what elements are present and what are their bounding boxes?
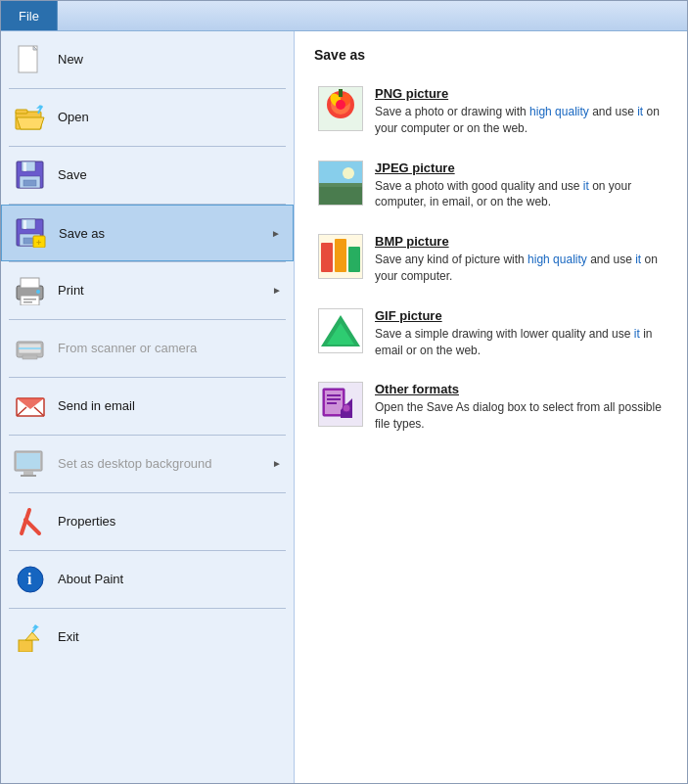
jpeg-thumbnail bbox=[318, 161, 363, 206]
gif-thumbnail bbox=[318, 308, 363, 353]
svg-rect-35 bbox=[23, 471, 33, 475]
bmp-thumbnail bbox=[318, 234, 363, 279]
svg-marker-5 bbox=[17, 117, 44, 129]
format-item-jpeg[interactable]: JPEG picture Save a photo with good qual… bbox=[314, 157, 667, 215]
other-desc: Open the Save As dialog box to select fr… bbox=[375, 399, 664, 433]
gif-desc: Save a simple drawing with lower quality… bbox=[375, 326, 664, 359]
desktop-label: Set as desktop background bbox=[58, 456, 272, 471]
properties-icon bbox=[13, 504, 48, 539]
file-menu-tab[interactable]: File bbox=[1, 1, 58, 30]
bmp-name: BMP picture bbox=[375, 234, 664, 249]
svg-marker-6 bbox=[36, 105, 43, 109]
svg-rect-39 bbox=[19, 640, 32, 652]
save-as-arrow-icon: ► bbox=[271, 228, 281, 239]
left-menu: New Open bbox=[1, 31, 295, 783]
new-label: New bbox=[58, 52, 282, 67]
menu-item-open[interactable]: Open bbox=[1, 89, 294, 146]
email-icon bbox=[13, 389, 48, 424]
menu-item-print[interactable]: Print ► bbox=[1, 262, 294, 319]
menu-item-email[interactable]: Send in email bbox=[1, 378, 294, 435]
save-as-icon: + bbox=[14, 215, 49, 251]
gif-format-text: GIF picture Save a simple drawing with l… bbox=[375, 308, 664, 359]
new-doc-icon bbox=[13, 42, 48, 77]
scanner-label: From scanner or camera bbox=[58, 341, 282, 355]
svg-rect-11 bbox=[23, 180, 36, 186]
exit-label: Exit bbox=[58, 629, 282, 644]
save-as-panel-title: Save as bbox=[314, 47, 667, 69]
open-icon bbox=[13, 100, 48, 135]
svg-rect-4 bbox=[16, 110, 27, 114]
svg-point-47 bbox=[336, 100, 345, 110]
png-desc: Save a photo or drawing with high qualit… bbox=[375, 104, 664, 137]
menu-item-scanner: From scanner or camera bbox=[1, 320, 294, 377]
email-label: Send in email bbox=[58, 398, 282, 413]
desktop-arrow-icon: ► bbox=[272, 458, 282, 469]
svg-rect-51 bbox=[319, 183, 362, 187]
other-format-text: Other formats Open the Save As dialog bo… bbox=[375, 382, 664, 433]
app-window: File New bbox=[0, 0, 688, 784]
svg-rect-54 bbox=[321, 243, 333, 272]
svg-point-24 bbox=[36, 290, 40, 294]
format-item-bmp[interactable]: BMP picture Save any kind of picture wit… bbox=[314, 230, 667, 289]
menu-item-save-as[interactable]: + Save as ► bbox=[1, 205, 294, 261]
jpeg-name: JPEG picture bbox=[375, 161, 664, 175]
desktop-icon bbox=[13, 446, 48, 482]
bmp-desc: Save any kind of picture with high quali… bbox=[375, 252, 664, 285]
svg-rect-20 bbox=[21, 278, 39, 288]
svg-marker-41 bbox=[32, 624, 39, 628]
svg-rect-65 bbox=[327, 402, 337, 404]
exit-icon bbox=[13, 620, 48, 655]
jpeg-desc: Save a photo with good quality and use i… bbox=[375, 178, 664, 211]
svg-marker-40 bbox=[25, 632, 39, 640]
print-arrow-icon: ► bbox=[272, 285, 282, 296]
menu-item-save[interactable]: Save bbox=[1, 147, 294, 204]
right-panel: Save as PNG picture bbox=[295, 31, 687, 783]
menu-item-new[interactable]: New bbox=[1, 31, 294, 88]
other-thumbnail bbox=[318, 382, 363, 427]
svg-rect-23 bbox=[23, 301, 32, 303]
menu-item-properties[interactable]: Properties bbox=[1, 493, 294, 550]
svg-point-52 bbox=[343, 167, 354, 179]
other-name: Other formats bbox=[375, 382, 664, 396]
svg-rect-50 bbox=[319, 185, 362, 205]
jpeg-format-text: JPEG picture Save a photo with good qual… bbox=[375, 161, 664, 211]
svg-rect-64 bbox=[327, 398, 341, 400]
png-name: PNG picture bbox=[375, 86, 664, 101]
menu-item-about[interactable]: i About Paint bbox=[1, 551, 294, 608]
bmp-format-text: BMP picture Save any kind of picture wit… bbox=[375, 234, 664, 285]
svg-rect-48 bbox=[339, 89, 343, 97]
svg-rect-14 bbox=[23, 220, 26, 229]
gif-name: GIF picture bbox=[375, 308, 664, 323]
svg-point-67 bbox=[343, 404, 350, 412]
save-as-label: Save as bbox=[59, 226, 271, 241]
main-content: New Open bbox=[1, 30, 687, 783]
svg-rect-21 bbox=[21, 296, 39, 305]
svg-rect-56 bbox=[348, 247, 360, 272]
svg-rect-34 bbox=[17, 453, 40, 469]
svg-rect-28 bbox=[23, 355, 37, 359]
save-label: Save bbox=[58, 167, 282, 182]
open-label: Open bbox=[58, 110, 282, 124]
save-icon bbox=[13, 158, 48, 193]
scanner-icon bbox=[13, 331, 48, 366]
svg-rect-36 bbox=[21, 475, 36, 477]
menu-item-desktop: Set as desktop background ► bbox=[1, 436, 294, 492]
format-item-png[interactable]: PNG picture Save a photo or drawing with… bbox=[314, 82, 667, 141]
png-format-text: PNG picture Save a photo or drawing with… bbox=[375, 86, 664, 137]
print-icon bbox=[13, 273, 48, 308]
svg-rect-9 bbox=[23, 162, 26, 171]
svg-rect-55 bbox=[335, 239, 346, 272]
properties-label: Properties bbox=[58, 514, 282, 529]
png-thumbnail bbox=[318, 86, 363, 131]
svg-rect-63 bbox=[327, 394, 341, 396]
svg-text:i: i bbox=[27, 571, 32, 587]
about-icon: i bbox=[13, 562, 48, 597]
format-item-other[interactable]: Other formats Open the Save As dialog bo… bbox=[314, 378, 667, 437]
svg-text:+: + bbox=[36, 238, 41, 248]
menu-item-exit[interactable]: Exit bbox=[1, 609, 294, 666]
menu-bar: File bbox=[1, 1, 687, 30]
format-item-gif[interactable]: GIF picture Save a simple drawing with l… bbox=[314, 304, 667, 363]
svg-rect-22 bbox=[23, 299, 36, 300]
print-label: Print bbox=[58, 283, 272, 298]
about-label: About Paint bbox=[58, 572, 282, 586]
